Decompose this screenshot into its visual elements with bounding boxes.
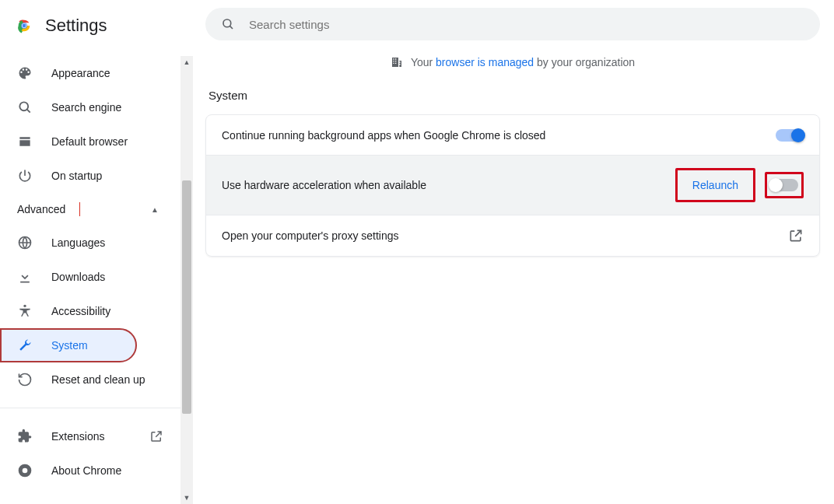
toggle-hardware-accel[interactable] xyxy=(770,179,798,191)
sidebar-nav: Appearance Search engine Default browser… xyxy=(0,56,180,497)
sidebar-item-search-engine[interactable]: Search engine xyxy=(0,90,180,124)
sidebar-item-label: On startup xyxy=(51,170,102,182)
open-external-icon xyxy=(788,228,804,243)
globe-icon xyxy=(17,235,33,250)
app-header: Settings xyxy=(0,0,193,42)
svg-line-5 xyxy=(230,26,233,29)
scroll-up-icon[interactable]: ▲ xyxy=(180,56,193,68)
row-label: Use hardware acceleration when available xyxy=(222,179,426,191)
sidebar-item-default-browser[interactable]: Default browser xyxy=(0,124,180,159)
accessibility-icon xyxy=(17,303,33,319)
sidebar-item-extensions[interactable]: Extensions xyxy=(0,419,180,453)
browser-icon xyxy=(17,134,33,149)
chrome-logo-icon xyxy=(16,17,33,34)
sidebar-item-label: Reset and clean up xyxy=(51,373,145,386)
sidebar-item-accessibility[interactable]: Accessibility xyxy=(0,294,180,328)
download-icon xyxy=(17,269,33,285)
power-icon xyxy=(17,168,33,184)
wrench-icon xyxy=(17,338,33,353)
search-icon xyxy=(221,17,235,31)
sidebar-item-label: About Chrome xyxy=(51,464,121,477)
system-settings-card: Continue running background apps when Go… xyxy=(205,114,820,257)
svg-line-7 xyxy=(27,110,30,113)
section-title: System xyxy=(205,89,820,102)
sidebar-item-label: Extensions xyxy=(51,430,104,443)
sidebar-item-appearance[interactable]: Appearance xyxy=(0,56,180,90)
row-hardware-accel: Use hardware acceleration when available… xyxy=(206,156,819,215)
managed-notice: Your browser is managed by your organiza… xyxy=(205,56,820,68)
search-input[interactable] xyxy=(249,18,804,31)
row-background-apps: Continue running background apps when Go… xyxy=(206,115,819,156)
open-external-icon xyxy=(149,429,163,443)
svg-point-6 xyxy=(19,102,28,110)
restore-icon xyxy=(17,372,33,387)
sidebar-item-label: System xyxy=(51,339,88,352)
chrome-icon xyxy=(17,463,33,478)
extension-icon xyxy=(17,429,33,444)
sidebar-item-about[interactable]: About Chrome xyxy=(0,453,180,488)
sidebar-item-downloads[interactable]: Downloads xyxy=(0,260,180,294)
palette-icon xyxy=(17,65,33,81)
search-icon xyxy=(17,100,33,115)
highlight-toggle xyxy=(765,172,804,198)
divider xyxy=(79,202,80,216)
separator xyxy=(0,408,180,408)
row-label: Open your computer's proxy settings xyxy=(222,229,399,242)
sidebar-item-label: Search engine xyxy=(51,101,121,114)
toggle-background-apps[interactable] xyxy=(776,129,804,142)
settings-content: Your browser is managed by your organiza… xyxy=(193,56,834,504)
sidebar-scrollbar[interactable]: ▲ ▼ xyxy=(180,56,193,504)
sidebar-item-label: Languages xyxy=(51,236,105,249)
svg-point-4 xyxy=(223,19,231,27)
svg-point-9 xyxy=(23,305,26,307)
search-settings[interactable] xyxy=(205,8,820,40)
building-icon xyxy=(391,56,403,68)
row-label: Continue running background apps when Go… xyxy=(222,129,545,142)
sidebar-item-reset[interactable]: Reset and clean up xyxy=(0,362,180,397)
scrollbar-thumb[interactable] xyxy=(182,180,191,414)
chevron-up-icon: ▲ xyxy=(151,205,163,214)
row-proxy-settings[interactable]: Open your computer's proxy settings xyxy=(206,215,819,256)
sidebar-item-label: Default browser xyxy=(51,135,128,148)
svg-point-11 xyxy=(23,468,28,474)
svg-point-3 xyxy=(23,24,26,28)
sidebar-item-label: Accessibility xyxy=(51,305,110,317)
scroll-down-icon[interactable]: ▼ xyxy=(180,492,193,504)
managed-link[interactable]: browser is managed xyxy=(436,56,534,68)
relaunch-button[interactable]: Relaunch xyxy=(679,172,752,198)
page-title: Settings xyxy=(45,16,107,36)
highlight-relaunch: Relaunch xyxy=(675,168,755,202)
advanced-label: Advanced xyxy=(17,203,65,215)
sidebar-item-label: Downloads xyxy=(51,271,105,283)
sidebar-item-on-startup[interactable]: On startup xyxy=(0,159,180,193)
sidebar-item-languages[interactable]: Languages xyxy=(0,226,180,260)
sidebar-advanced-toggle[interactable]: Advanced ▲ xyxy=(0,193,180,226)
sidebar-item-label: Appearance xyxy=(51,67,110,79)
sidebar-item-system[interactable]: System xyxy=(0,328,137,362)
